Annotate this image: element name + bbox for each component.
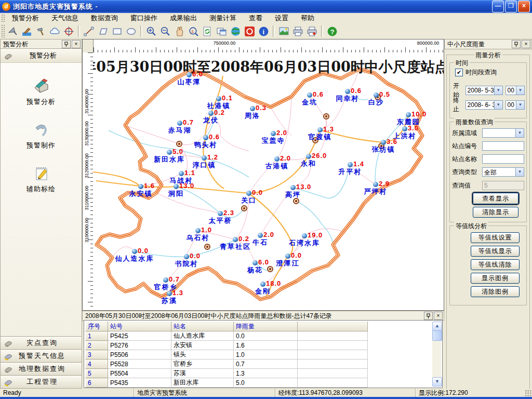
zoom-extent-icon[interactable]: ± xyxy=(187,25,200,38)
contour-button-显示图例[interactable]: 显示图例 xyxy=(471,273,520,284)
sidebar-bar-工程管理[interactable]: 工程管理 xyxy=(0,375,82,389)
menu-item-2[interactable]: 数据查询 xyxy=(85,12,124,24)
station-dot-icon[interactable] xyxy=(208,111,214,116)
table-row[interactable]: 4P5528官桥乡0.7 xyxy=(86,360,368,369)
chevron-down-icon[interactable]: ▼ xyxy=(494,86,502,95)
station-dot-icon[interactable] xyxy=(345,89,350,94)
menu-grip[interactable] xyxy=(1,14,5,22)
station-dot-icon[interactable] xyxy=(306,154,311,159)
station-dot-icon[interactable] xyxy=(307,92,312,98)
water-query-icon[interactable] xyxy=(20,25,33,38)
station-dot-icon[interactable] xyxy=(406,112,411,117)
print-preview-icon[interactable] xyxy=(305,25,318,38)
station-dot-icon[interactable] xyxy=(218,211,223,216)
stop-icon[interactable] xyxy=(243,25,256,38)
station-dot-icon[interactable] xyxy=(177,121,182,126)
station-dot-icon[interactable] xyxy=(138,184,143,189)
station-dot-icon[interactable] xyxy=(274,156,280,162)
station-name-input[interactable] xyxy=(482,154,524,164)
station-id-input[interactable] xyxy=(482,141,524,151)
hammer-tool-icon[interactable] xyxy=(34,25,47,38)
resize-grip[interactable] xyxy=(525,390,531,396)
column-header-站号[interactable]: 站号 xyxy=(108,322,171,331)
target-locate-icon[interactable] xyxy=(62,25,75,38)
station-dot-icon[interactable] xyxy=(271,131,276,136)
contour-button-等值线清除[interactable]: 等值线清除 xyxy=(471,259,520,270)
chevron-down-icon[interactable]: ▼ xyxy=(516,86,524,95)
cloud-weather-icon[interactable] xyxy=(48,25,61,38)
column-header-降雨量[interactable]: 降雨量 xyxy=(234,322,298,331)
polygon-tool-icon[interactable] xyxy=(97,25,110,38)
print-icon[interactable] xyxy=(291,25,304,38)
station-dot-icon[interactable] xyxy=(233,237,238,242)
chevron-down-icon[interactable]: ▼ xyxy=(516,101,524,109)
clear-display-button[interactable]: 清除显示 xyxy=(473,207,518,218)
menu-item-6[interactable]: 查看 xyxy=(243,12,269,24)
table-row[interactable]: 5P5504苏溪1.3 xyxy=(86,369,368,378)
pin-icon[interactable] xyxy=(62,40,71,48)
close-icon[interactable]: × xyxy=(72,40,81,48)
table-scrollbar[interactable]: ▲ ▼ xyxy=(432,322,441,387)
station-dot-icon[interactable] xyxy=(179,171,184,176)
table-row[interactable]: 1P5425仙人造水库0.0 xyxy=(86,331,368,341)
station-dot-icon[interactable] xyxy=(381,140,386,145)
menu-item-1[interactable]: 天气信息 xyxy=(45,12,85,24)
contour-button-等值线显示[interactable]: 等值线显示 xyxy=(471,246,520,257)
close-button[interactable]: × xyxy=(518,1,530,12)
time-range-checkbox[interactable]: ✔ xyxy=(455,69,463,76)
info-icon[interactable]: i xyxy=(257,25,270,38)
station-dot-icon[interactable] xyxy=(302,233,307,238)
station-dot-icon[interactable] xyxy=(250,106,255,111)
warn-analysis-icon[interactable] xyxy=(6,25,19,38)
map-canvas[interactable]: 2008年05月30日00时至2008年06月03日00时中小尺度站点降雨量 6… xyxy=(93,52,444,310)
scroll-down-icon[interactable]: ▼ xyxy=(432,377,442,387)
column-header-站名[interactable]: 站名 xyxy=(171,322,234,331)
station-dot-icon[interactable] xyxy=(195,228,201,233)
station-dot-icon[interactable] xyxy=(252,260,258,265)
column-header-序号[interactable]: 序号 xyxy=(86,322,108,331)
station-dot-icon[interactable] xyxy=(374,92,379,98)
station-dot-icon[interactable] xyxy=(216,96,221,101)
chevron-down-icon[interactable]: ▼ xyxy=(515,168,524,176)
help-icon[interactable]: ? xyxy=(326,25,339,38)
pan-hand-icon[interactable] xyxy=(173,25,186,38)
globe-icon[interactable] xyxy=(229,25,242,38)
station-dot-icon[interactable] xyxy=(290,185,296,190)
menu-item-8[interactable]: 帮助 xyxy=(295,12,321,24)
table-row[interactable]: 3P5506镇头1.0 xyxy=(86,350,368,360)
scroll-up-icon[interactable]: ▲ xyxy=(432,322,442,331)
end-hour-combo[interactable]: 00▼ xyxy=(506,100,525,110)
station-dot-icon[interactable] xyxy=(402,126,407,131)
station-dot-icon[interactable] xyxy=(202,155,207,161)
sidebar-bar-灾点查询[interactable]: 灾点查询 xyxy=(0,336,82,349)
sidebar-item-预警分析[interactable]: 预警分析 xyxy=(1,76,82,107)
refresh-map-icon[interactable] xyxy=(201,25,214,38)
menu-item-4[interactable]: 成果输出 xyxy=(164,12,203,24)
scroll-thumb[interactable] xyxy=(432,330,442,341)
station-dot-icon[interactable] xyxy=(167,150,172,155)
minimize-button[interactable]: — xyxy=(492,1,504,12)
station-dot-icon[interactable] xyxy=(163,277,168,283)
menu-item-5[interactable]: 测量计算 xyxy=(203,12,243,24)
view-display-button[interactable]: 查看显示 xyxy=(473,193,518,204)
station-dot-icon[interactable] xyxy=(167,291,172,296)
zoom-out-icon[interactable] xyxy=(159,25,172,38)
station-dot-icon[interactable] xyxy=(246,191,251,196)
station-dot-icon[interactable] xyxy=(174,184,179,189)
chevron-down-icon[interactable]: ▼ xyxy=(515,129,524,137)
column-header-extra[interactable] xyxy=(298,322,368,331)
cascade-windows-icon[interactable] xyxy=(215,25,228,38)
station-dot-icon[interactable] xyxy=(348,162,353,167)
query-type-combo[interactable]: 全部▼ xyxy=(482,167,524,177)
toolbar-grip[interactable] xyxy=(1,24,5,38)
start-date-combo[interactable]: 2008- 5-30▼ xyxy=(466,86,503,95)
sidebar-bar-预警天气信息[interactable]: 预警天气信息 xyxy=(0,349,82,362)
table-row[interactable]: 2P5276永安镇1.6 xyxy=(86,341,368,350)
start-hour-combo[interactable]: 00▼ xyxy=(506,86,525,95)
sidebar-item-辅助标绘[interactable]: 辅助标绘 xyxy=(1,164,82,194)
ellipse-tool-icon[interactable] xyxy=(125,25,138,38)
contour-button-清除图例[interactable]: 清除图例 xyxy=(471,286,520,297)
zoom-in-icon[interactable] xyxy=(145,25,158,38)
end-date-combo[interactable]: 2008- 6- 3▼ xyxy=(466,100,503,110)
station-dot-icon[interactable] xyxy=(285,254,290,259)
